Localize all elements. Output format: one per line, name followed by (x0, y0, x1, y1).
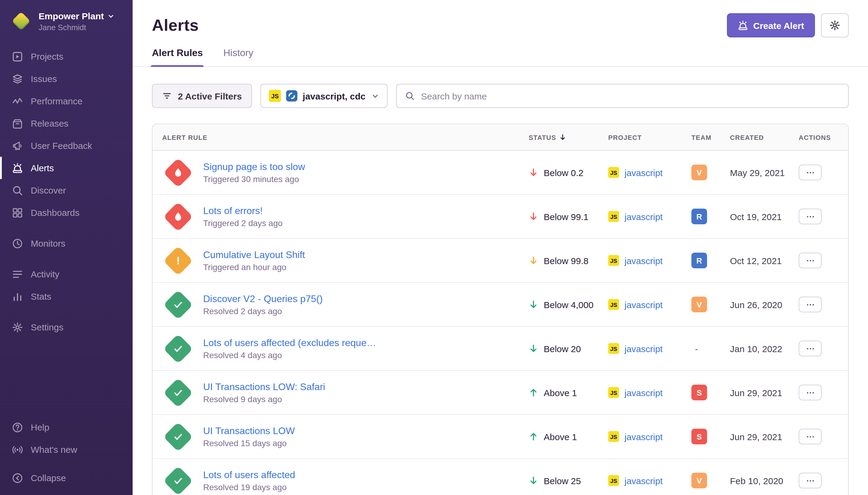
javascript-platform-icon: JS (608, 387, 619, 398)
alert-severity-icon (162, 333, 193, 364)
alert-rule-row: Lots of errors! Triggered 2 days ago Bel… (153, 195, 848, 239)
sidebar-item-discover[interactable]: Discover (0, 179, 133, 201)
alert-rule-name-link[interactable]: Signup page is too slow (203, 161, 305, 172)
main-content: Alerts Create Alert Alert Rules History … (133, 0, 868, 495)
alert-rule-detail: Triggered 30 minutes ago (203, 174, 305, 184)
actions-cell (799, 429, 838, 444)
status-threshold: Below 0.2 (544, 167, 584, 177)
created-date: Jun 26, 2020 (730, 300, 799, 310)
sidebar-item-user-feedback[interactable]: User Feedback (0, 134, 133, 157)
alert-rule-detail: Resolved 15 days ago (203, 438, 295, 448)
active-filters-button[interactable]: 2 Active Filters (152, 84, 252, 108)
siren-icon (737, 20, 748, 31)
org-switcher[interactable]: Empower Plant Jane Schmidt (0, 0, 133, 38)
project-link[interactable]: javascript (624, 343, 663, 354)
row-actions-button[interactable] (799, 341, 821, 356)
status-cell: Below 99.1 (528, 211, 608, 222)
project-filter-dropdown[interactable]: JS javascript, cdc (260, 84, 387, 108)
alert-rule-name-link[interactable]: Lots of users affected (203, 470, 295, 480)
column-header-status[interactable]: Status (528, 133, 608, 141)
user-name: Jane Schmidt (39, 23, 115, 32)
alerts-icon (12, 163, 23, 173)
row-actions-button[interactable] (799, 473, 821, 488)
status-threshold: Below 99.8 (544, 255, 588, 266)
team-cell: R (691, 253, 730, 268)
javascript-platform-icon: JS (608, 343, 619, 354)
alert-rule-name-link[interactable]: Cumulative Layout Shift (203, 249, 305, 260)
alert-severity-icon (162, 157, 193, 188)
row-actions-button[interactable] (799, 385, 821, 400)
sidebar-item-label: Performance (31, 96, 83, 106)
team-cell: V (691, 473, 730, 488)
sidebar-item-what-s-new[interactable]: What's new (0, 438, 133, 461)
project-link[interactable]: javascript (624, 475, 663, 486)
sidebar-item-performance[interactable]: Performance (0, 90, 133, 112)
search-input[interactable] (421, 91, 840, 101)
alert-rule-text: Signup page is too slow Triggered 30 min… (203, 161, 305, 184)
sidebar-item-monitors[interactable]: Monitors (0, 232, 133, 254)
sidebar-item-dashboards[interactable]: Dashboards (0, 201, 133, 224)
javascript-platform-icon: JS (608, 299, 619, 310)
project-link[interactable]: javascript (624, 255, 663, 266)
ellipsis-icon (805, 432, 815, 441)
tab-alert-rules[interactable]: Alert Rules (152, 48, 203, 66)
project-link[interactable]: javascript (624, 431, 663, 442)
alert-rule-cell: Discover V2 - Queries p75() Resolved 2 d… (162, 289, 528, 320)
alert-rule-row: Lots of users affected (excludes reque… … (153, 327, 848, 371)
row-actions-button[interactable] (799, 253, 821, 268)
project-link[interactable]: javascript (624, 167, 663, 177)
created-date: Feb 10, 2020 (730, 475, 799, 486)
alert-rule-name-link[interactable]: Discover V2 - Queries p75() (203, 293, 323, 304)
alert-rule-row: UI Transactions LOW: Safari Resolved 9 d… (153, 371, 848, 415)
team-avatar: S (691, 429, 707, 444)
alert-rule-detail: Triggered 2 days ago (203, 218, 283, 227)
status-threshold: Below 4,000 (544, 300, 593, 310)
project-link[interactable]: javascript (624, 300, 663, 310)
page-header: Alerts Create Alert (133, 0, 868, 37)
row-actions-button[interactable] (799, 165, 821, 180)
javascript-platform-icon: JS (269, 90, 281, 102)
alert-rule-text: Lots of users affected (excludes reque… … (203, 337, 376, 360)
sidebar-item-settings[interactable]: Settings (0, 316, 133, 338)
sidebar-item-alerts[interactable]: Alerts (0, 157, 133, 179)
project-cell: JS javascript (608, 431, 691, 442)
status-cell: Above 1 (528, 431, 608, 442)
javascript-platform-icon: JS (608, 167, 619, 178)
trend-arrow-icon (528, 168, 538, 177)
sidebar-item-collapse[interactable]: Collapse (0, 467, 133, 489)
alert-rule-name-link[interactable]: Lots of users affected (excludes reque… (203, 337, 376, 348)
sort-desc-icon (558, 133, 566, 141)
team-avatar: R (691, 209, 707, 224)
project-link[interactable]: javascript (624, 387, 663, 398)
alert-rule-name-link[interactable]: Lots of errors! (203, 205, 283, 216)
create-alert-button[interactable]: Create Alert (727, 13, 815, 37)
chevron-down-icon (371, 92, 379, 100)
issues-icon (12, 73, 23, 84)
alert-severity-icon (162, 289, 193, 320)
tab-history[interactable]: History (223, 48, 254, 66)
alert-rule-detail: Resolved 2 days ago (203, 306, 323, 315)
sidebar-item-stats[interactable]: Stats (0, 285, 133, 307)
project-filter-value: javascript, cdc (302, 91, 365, 101)
sidebar-item-label: Collapse (31, 473, 66, 483)
row-actions-button[interactable] (799, 297, 821, 312)
alert-rule-name-link[interactable]: UI Transactions LOW (203, 425, 295, 436)
row-actions-button[interactable] (799, 209, 821, 224)
project-link[interactable]: javascript (624, 211, 663, 222)
sidebar-item-releases[interactable]: Releases (0, 112, 133, 134)
alert-settings-button[interactable] (821, 13, 849, 37)
sidebar-item-projects[interactable]: Projects (0, 45, 133, 68)
sidebar-item-help[interactable]: Help (0, 416, 133, 438)
alert-rule-name-link[interactable]: UI Transactions LOW: Safari (203, 381, 325, 392)
sidebar-item-activity[interactable]: Activity (0, 263, 133, 285)
actions-cell (799, 165, 838, 180)
trend-arrow-icon (528, 256, 538, 265)
create-alert-label: Create Alert (753, 20, 804, 31)
team-avatar: - (691, 343, 698, 354)
filter-icon (162, 91, 172, 101)
sidebar-item-issues[interactable]: Issues (0, 68, 133, 90)
team-cell: S (691, 385, 730, 400)
row-actions-button[interactable] (799, 429, 821, 444)
team-avatar: V (691, 165, 707, 180)
active-filters-label: 2 Active Filters (178, 91, 242, 101)
